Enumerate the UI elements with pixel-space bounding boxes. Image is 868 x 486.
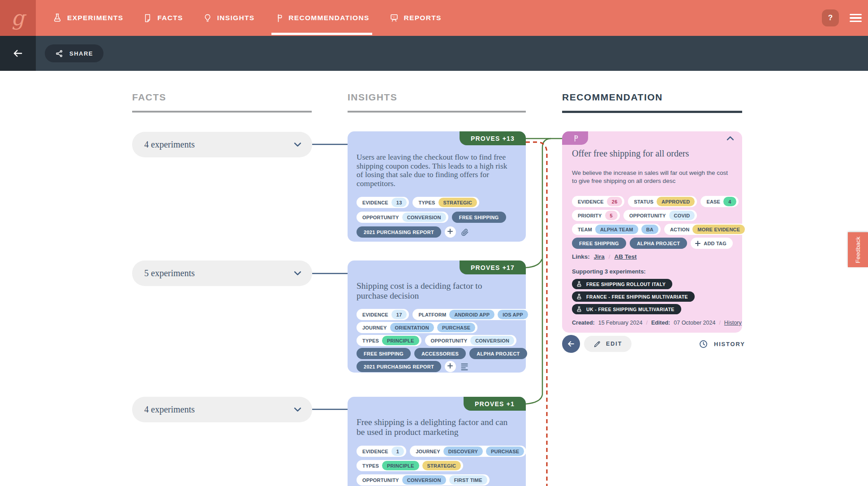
flask-icon [576,281,582,287]
tag-free-shipping[interactable]: FREE SHIPPING [452,212,506,223]
nav-right: ? [822,9,868,26]
collapse-recommendation-button[interactable] [562,335,580,353]
collapse-button[interactable] [726,136,734,141]
back-button[interactable] [0,36,36,71]
tag-chip-strategic: STRATEGIC [438,198,477,207]
tag-chip-4: 4 [723,197,736,206]
tag-pill-action[interactable]: ACTIONMORE EVIDENCE [664,224,747,235]
tag-row: TYPESPRINCIPLEOPPORTUNITYCONVERSION [357,335,521,346]
experiment-label: FREE SHIPPING ROLLOUT ITALY [586,282,666,287]
tag-pill-priority[interactable]: PRIORITY5 [572,210,620,221]
tab-recommendations[interactable]: RECOMMENDATIONS [274,0,369,36]
nav-tabs: EXPERIMENTSFACTSINSIGHTSRECOMMENDATIONSR… [52,0,461,36]
tag-chip-ba: BA [641,225,658,234]
tag-free-shipping[interactable]: FREE SHIPPING [357,348,411,359]
tag-label: JOURNEY [362,325,387,330]
tab-insights[interactable]: INSIGHTS [203,0,255,36]
tag-label: TYPES [362,463,379,469]
share-button[interactable]: SHARE [45,44,103,62]
tag-chip-first-time: FIRST TIME [449,475,487,485]
tag-pill-journey[interactable]: JOURNEYDISCOVERYPURCHASE [410,446,526,457]
help-button[interactable]: ? [822,9,839,26]
experiment-pill[interactable]: UK - FREE SHIPPING MULTIVARIATE [572,304,681,314]
fact-label: 5 experiments [144,268,195,278]
tag-label: PRIORITY [578,213,602,218]
tag-label: PLATFORM [418,312,446,317]
insight-tags: EVIDENCE1JOURNEYDISCOVERYPURCHASETYPESPR… [357,446,521,486]
flask-icon [52,13,62,23]
add-tag-button[interactable]: ADD TAG [691,238,733,249]
history-link[interactable]: History [724,320,742,326]
add-tag-label: ADD TAG [704,241,726,246]
chevron-down-icon [294,271,301,276]
insight-card: PROVES +13 Users are leaving the checkou… [348,131,526,242]
experiment-pill[interactable]: FREE SHIPPING ROLLOUT ITALY [572,279,672,289]
supporting-experiments-label: Supporting 3 experiments: [572,268,646,275]
tab-reports[interactable]: REPORTS [389,0,442,36]
tag-pill-opportunity[interactable]: OPPORTUNITYCONVERSIONFIRST TIME [357,474,490,486]
tag-label: OPPORTUNITY [629,213,666,218]
tag-pill-opportunity[interactable]: OPPORTUNITYCONVERSION [425,335,517,346]
feedback-button[interactable]: Feedback [848,232,868,267]
tag-accessories[interactable]: ACCESSORIES [414,348,466,359]
tag-chip-alpha-team: ALPHA TEAM [595,225,638,234]
tag-chip-ios-app: IOS APP [498,310,528,319]
tag-label: OPPORTUNITY [362,477,399,483]
tag-row: TYPESPRINCIPLESTRATEGIC [357,460,521,471]
tag-label: EASE [706,199,720,204]
tag-pill-opportunity[interactable]: OPPORTUNITYCONVERSION [357,212,448,223]
tag-pill-evidence[interactable]: EVIDENCE1 [357,446,406,457]
tag-label: EVIDENCE [362,449,388,454]
tag-chip-purchase: PURCHASE [437,323,475,332]
chevron-down-icon [294,407,301,412]
share-icon [55,49,64,58]
separator: / [719,320,720,326]
tag-row: OPPORTUNITYCONVERSIONFIRST TIME [357,474,521,486]
tag-pill-evidence[interactable]: EVIDENCE13 [357,197,409,208]
proves-badge: PROVES +17 [460,260,526,274]
experiment-pill[interactable]: FRANCE - FREE SHIPPING MULTIVARIATE [572,291,695,302]
proves-connector-trunk [526,139,551,404]
tag-label: ACTION [670,227,689,232]
tag-alpha-project[interactable]: ALPHA PROJECT [630,238,687,249]
tag-chip-conversion: CONVERSION [402,475,446,485]
tag-pill-status[interactable]: STATUSAPPROVED [628,196,697,207]
attachment-icon[interactable] [460,228,469,236]
link-jira[interactable]: Jira [594,253,605,260]
tag-pill-types[interactable]: TYPESPRINCIPLESTRATEGIC [357,460,463,471]
separator: / [609,253,610,260]
edit-button[interactable]: EDIT [584,336,632,352]
add-button[interactable] [445,361,456,372]
app-logo[interactable]: g [0,0,36,36]
tag-pill-team[interactable]: TEAMALPHA TEAMBA [572,224,661,235]
fact-row[interactable]: 5 experiments [132,260,312,286]
fact-row[interactable]: 4 experiments [132,397,312,422]
insights-column-title: INSIGHTS [348,92,397,103]
tag-pill-types[interactable]: TYPESSTRATEGIC [413,197,479,208]
plus-icon [447,363,453,370]
tag-pill-platform[interactable]: PLATFORMANDROID APPIOS APP [413,309,530,320]
tag-free-shipping[interactable]: FREE SHIPPING [572,238,626,249]
add-button[interactable] [445,226,456,238]
list-icon[interactable] [460,363,468,370]
plus-icon [695,241,700,246]
tag-pill-journey[interactable]: JOURNEYORIENTATIONPURCHASE [357,322,477,333]
tag-row: 2021 PURCHASING REPORT [357,226,521,238]
tag-pill-ease[interactable]: EASE4 [700,196,738,207]
fact-row[interactable]: 4 experiments [132,132,312,157]
tag-pill-types[interactable]: TYPESPRINCIPLE [357,335,421,346]
tab-experiments[interactable]: EXPERIMENTS [52,0,123,36]
tag-2021-purchasing-report[interactable]: 2021 PURCHASING REPORT [357,361,441,372]
history-button[interactable]: HISTORY [699,336,745,352]
tag-alpha-project[interactable]: ALPHA PROJECT [469,348,527,359]
recommendation-tags: EVIDENCE26STATUSAPPROVEDEASE4PRIORITY5OP… [572,196,747,249]
tag-2021-purchasing-report[interactable]: 2021 PURCHASING REPORT [357,226,441,238]
tag-pill-opportunity[interactable]: OPPORTUNITYCOVID [623,210,697,221]
menu-icon[interactable] [850,14,862,22]
tab-label: FACTS [157,14,183,22]
tag-pill-evidence[interactable]: EVIDENCE26 [572,196,624,207]
insight-tags: EVIDENCE13TYPESSTRATEGICOPPORTUNITYCONVE… [357,197,521,238]
tab-facts[interactable]: FACTS [143,0,183,36]
tag-pill-evidence[interactable]: EVIDENCE17 [357,309,409,320]
link-ab-test[interactable]: AB Test [614,253,637,260]
